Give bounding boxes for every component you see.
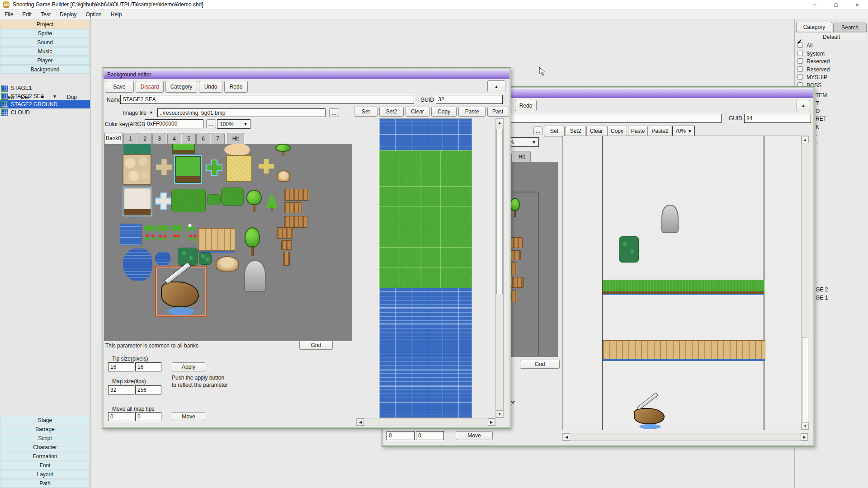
zoom-select[interactable]: 70% <box>672 126 695 136</box>
pier-tile[interactable] <box>198 228 235 251</box>
clear-button[interactable]: Clear <box>406 107 429 117</box>
close-button[interactable]: ✕ <box>847 0 868 9</box>
rock-tile[interactable] <box>277 170 290 182</box>
grass-tuft-tile[interactable] <box>157 225 168 231</box>
tile-palette[interactable] <box>104 144 352 341</box>
sort-arrow-icon[interactable]: ▲ <box>149 110 153 114</box>
move-x-field[interactable]: 0 <box>387 431 415 440</box>
paste-button[interactable]: Paste <box>628 126 648 136</box>
map-width-field[interactable]: 32 <box>108 385 134 394</box>
tab-hit[interactable]: Hit <box>227 133 244 144</box>
colorkey-field[interactable]: 0xFF000000 <box>145 119 203 128</box>
sidebar-item-character[interactable]: Character <box>0 443 90 451</box>
scroll-down-icon[interactable]: ▼ <box>496 410 503 418</box>
menu-file[interactable]: File <box>0 9 18 19</box>
collapse-icon[interactable]: ▲ <box>487 80 505 92</box>
maximize-button[interactable]: ▢ <box>826 0 846 9</box>
clear-button[interactable]: Clear <box>586 126 606 136</box>
rock-tile[interactable] <box>216 256 239 272</box>
menu-deploy[interactable]: Deploy <box>55 9 81 19</box>
ship-tile[interactable] <box>155 266 207 317</box>
fence-tile[interactable] <box>510 291 517 302</box>
fence-tile[interactable] <box>284 189 309 201</box>
set2-button[interactable]: Set2 <box>379 107 404 117</box>
tab-bank1[interactable]: 1 <box>123 133 137 144</box>
fence-tile[interactable] <box>277 227 293 239</box>
sidebar-item-music[interactable]: Music <box>0 47 90 56</box>
hay-block-tile[interactable] <box>226 155 252 182</box>
scrollbar-thumb[interactable] <box>496 129 503 294</box>
sidebar-item-formation[interactable]: Formation <box>0 452 90 460</box>
tab-bank3[interactable]: 3 <box>152 133 166 144</box>
horizontal-scrollbar[interactable]: ◀ ▶ <box>356 418 495 426</box>
tab-search[interactable]: Search <box>833 23 867 32</box>
sidebar-item-background[interactable]: Background <box>0 65 90 74</box>
cross-sand-tile[interactable] <box>156 159 172 175</box>
tab-category[interactable]: Category <box>796 22 832 32</box>
move-y-field[interactable]: 0 <box>135 412 161 421</box>
bush-dark-tile[interactable] <box>199 252 212 265</box>
checkbox-system[interactable] <box>797 51 803 56</box>
sidebar-item-player[interactable]: Player <box>0 56 90 65</box>
fence-tile[interactable] <box>284 202 302 213</box>
checkbox-reserved-2[interactable] <box>797 66 803 72</box>
scroll-left-icon[interactable]: ◀ <box>563 433 570 441</box>
image-file-field[interactable]: ..\resources\img_bg01.bmp <box>157 108 326 117</box>
minimize-button[interactable]: ─ <box>804 0 825 9</box>
grass-platform-tile[interactable] <box>603 280 764 295</box>
sidebar-item-barrage[interactable]: Barrage <box>0 425 90 433</box>
menu-edit[interactable]: Edit <box>18 9 36 19</box>
ship-tile[interactable] <box>630 399 670 430</box>
grass-block-tile[interactable] <box>175 156 201 183</box>
list-item[interactable]: STAGE2 SEA <box>0 92 90 100</box>
flower-white-tile[interactable] <box>185 223 195 231</box>
fence-tile[interactable] <box>284 216 307 228</box>
map-canvas[interactable] <box>379 118 472 418</box>
vertical-scrollbar[interactable]: ▲ ▼ <box>801 136 809 430</box>
water-band-tile[interactable] <box>379 119 472 150</box>
flowers-tile[interactable] <box>157 234 168 240</box>
cross-grass-tile[interactable] <box>207 160 222 175</box>
browse-button[interactable]: ... <box>533 127 542 135</box>
menu-help[interactable]: Help <box>106 9 127 19</box>
tab-bank5[interactable]: 5 <box>182 133 196 144</box>
scroll-left-icon[interactable]: ◀ <box>357 418 364 426</box>
paste2-button[interactable]: Paste2 <box>649 126 671 136</box>
water-band-tile[interactable] <box>379 288 472 418</box>
cross-white-tile[interactable] <box>156 193 171 209</box>
zoom-select[interactable]: 100% <box>217 119 250 129</box>
grave-tile[interactable] <box>244 260 266 292</box>
move-y-field[interactable]: 0 <box>416 431 444 440</box>
tab-bank6[interactable]: 6 <box>196 133 210 144</box>
tree-tile[interactable] <box>274 144 292 155</box>
grass-patch-tile[interactable] <box>171 189 206 212</box>
tab-bank0[interactable]: Bank0 <box>104 132 123 144</box>
grave-tile[interactable] <box>661 205 679 233</box>
fence-tile[interactable] <box>510 263 517 275</box>
grass-small-tile[interactable] <box>207 194 221 205</box>
tree-tile[interactable] <box>245 190 263 211</box>
redo-button[interactable]: Redo <box>224 81 248 93</box>
map-canvas[interactable] <box>562 136 800 430</box>
fence-tile[interactable] <box>281 240 292 250</box>
list-item[interactable]: CLOUD <box>0 108 90 117</box>
horizontal-scrollbar[interactable]: ◀ ▶ <box>562 433 808 441</box>
grass-edge-tile[interactable] <box>172 144 195 154</box>
grass-mounds-tile[interactable] <box>221 188 244 206</box>
browse-button-2[interactable]: ... <box>206 119 216 128</box>
water-blob-tile[interactable] <box>123 249 152 281</box>
tip-width-field[interactable]: 16 <box>108 362 134 371</box>
tip-height-field[interactable]: 16 <box>135 362 161 371</box>
sidebar-item-script[interactable]: Script <box>0 434 90 442</box>
tab-bank2[interactable]: 2 <box>138 133 152 144</box>
paste2-button-clipped[interactable]: Past <box>487 107 509 117</box>
sidebar-item-stage[interactable]: Stage <box>0 416 90 424</box>
tab-bank4[interactable]: 4 <box>167 133 181 144</box>
copy-button[interactable]: Copy <box>431 107 457 117</box>
copy-button[interactable]: Copy <box>607 126 627 136</box>
apply-button[interactable]: Apply <box>172 362 205 371</box>
front-window-titlebar[interactable]: Background editor <box>104 70 509 79</box>
scroll-down-icon[interactable]: ▼ <box>802 422 809 430</box>
checkbox-reserved-1[interactable] <box>797 58 803 64</box>
category-button[interactable]: Category <box>165 81 197 93</box>
